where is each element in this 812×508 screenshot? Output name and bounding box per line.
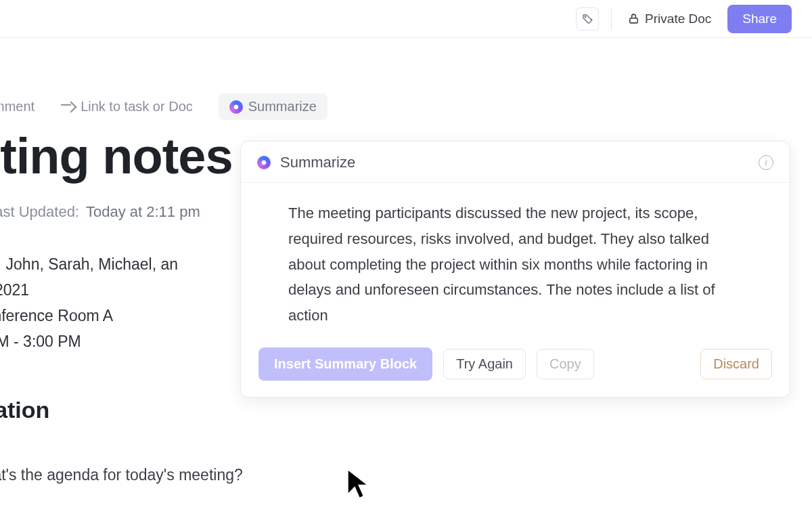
privacy-indicator[interactable]: Private Doc [624, 9, 715, 29]
mouse-cursor [345, 466, 374, 503]
ai-icon [257, 156, 271, 169]
date-row: 15/2021 [0, 278, 178, 303]
participants-value: John, Sarah, Michael, an [1, 255, 178, 273]
summarize-popover: Summarize i The meeting participants dis… [240, 141, 790, 398]
last-updated-label: Last Updated: [0, 203, 79, 221]
ai-icon [229, 100, 243, 114]
popover-actions: Insert Summary Block Try Again Copy Disc… [241, 335, 790, 397]
section-heading: rsation [0, 397, 49, 423]
page-title: eting notes [0, 127, 233, 185]
top-bar: Private Doc Share [0, 0, 812, 38]
context-toolbar: mment Link to task or Doc Summarize [0, 93, 328, 120]
share-button[interactable]: Share [727, 5, 792, 33]
participants-row: nts: John, Sarah, Michael, an [0, 252, 178, 278]
separator [611, 7, 612, 30]
tag-icon [582, 14, 593, 24]
popover-title-group: Summarize [257, 154, 355, 171]
discard-button[interactable]: Discard [700, 349, 772, 379]
svg-rect-1 [630, 18, 637, 23]
link-label: Link to task or Doc [81, 99, 193, 114]
comment-label: mment [0, 99, 35, 114]
last-updated-value: Today at 2:11 pm [86, 203, 200, 221]
info-icon[interactable]: i [759, 155, 773, 170]
copy-button[interactable]: Copy [537, 349, 594, 379]
location-row: Conference Room A [0, 303, 178, 329]
conversation-line: what's the agenda for today's meeting? [0, 466, 243, 484]
link-tool[interactable]: Link to task or Doc [60, 95, 200, 119]
link-icon [66, 101, 77, 112]
doc-details: nts: John, Sarah, Michael, an 15/2021 Co… [0, 252, 178, 355]
summarize-label: Summarize [248, 99, 317, 114]
insert-summary-button[interactable]: Insert Summary Block [258, 347, 432, 381]
tag-button[interactable] [576, 7, 599, 30]
popover-body: The meeting participants discussed the n… [241, 183, 790, 335]
last-updated: Last Updated: Today at 2:11 pm [0, 203, 200, 221]
popover-header: Summarize i [241, 142, 790, 183]
try-again-button[interactable]: Try Again [443, 349, 526, 379]
time-row: 0 PM - 3:00 PM [0, 329, 178, 355]
lock-icon [628, 13, 639, 24]
comment-tool[interactable]: mment [0, 95, 41, 119]
privacy-label: Private Doc [645, 12, 711, 26]
svg-point-0 [585, 16, 586, 18]
summarize-tool[interactable]: Summarize [219, 93, 328, 120]
popover-title: Summarize [280, 154, 355, 171]
